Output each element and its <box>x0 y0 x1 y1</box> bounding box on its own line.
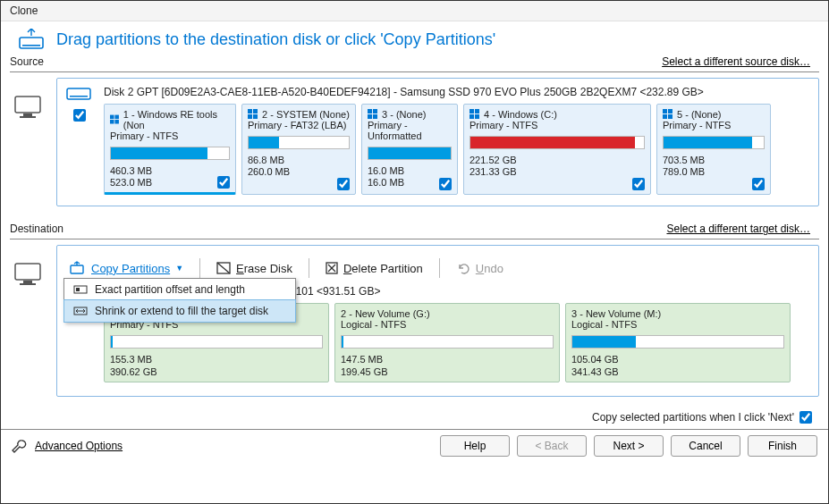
monitor-icon <box>14 96 41 119</box>
svg-rect-6 <box>70 96 88 97</box>
partition-sizes: 105.04 GB341.43 GB <box>571 354 619 377</box>
copy-next-checkbox[interactable] <box>799 411 812 424</box>
usage-bar <box>110 335 323 349</box>
menu-exact-offset[interactable]: Exact partition offset and length <box>64 279 295 300</box>
partition-checkbox[interactable] <box>217 176 230 189</box>
usage-bar <box>571 335 784 349</box>
partition-card[interactable]: 5 - (None) Primary - NTFS 703.5 MB789.0 … <box>656 104 771 195</box>
next-button[interactable]: Next > <box>594 435 664 457</box>
partition-title: 3 - New Volume (M:) <box>571 308 784 319</box>
source-disk-box: Disk 2 GPT [6D09E2A3-CAE8-11EB-A520-B40E… <box>56 78 819 206</box>
partition-card[interactable]: 1 - Windows RE tools (Non Primary - NTFS… <box>104 104 236 195</box>
source-all-checkbox[interactable] <box>73 109 86 122</box>
svg-rect-15 <box>368 109 372 113</box>
copy-partitions-label: Copy Partitions <box>91 262 170 275</box>
windows-icon <box>469 109 480 120</box>
svg-line-32 <box>217 263 230 273</box>
svg-rect-14 <box>253 114 258 119</box>
source-pane: Disk 2 GPT [6D09E2A3-CAE8-11EB-A520-B40E… <box>1 78 828 206</box>
svg-rect-8 <box>114 115 119 120</box>
delete-partition-button[interactable]: Delete Partition <box>322 260 427 277</box>
partition-sizes: 147.5 MB199.45 GB <box>341 354 388 377</box>
partition-checkbox[interactable] <box>337 178 350 190</box>
destination-disk-box: Copy Partitions ▼ Erase Disk Delete Part… <box>56 245 819 397</box>
finish-button[interactable]: Finish <box>748 435 817 457</box>
usage-bar <box>341 335 554 349</box>
advanced-options-link[interactable]: Advanced Options <box>35 440 123 452</box>
header-instruction: Drag partitions to the destination disk … <box>56 30 495 49</box>
undo-icon <box>456 262 470 274</box>
partition-subtitle: Primary - Unformatted <box>368 120 452 141</box>
svg-rect-4 <box>20 116 36 118</box>
svg-rect-3 <box>23 113 32 116</box>
svg-rect-28 <box>23 281 32 283</box>
partition-card[interactable]: 3 - (None) Primary - Unformatted 16.0 MB… <box>361 104 458 195</box>
svg-rect-21 <box>469 114 474 119</box>
source-disk-title: Disk 2 GPT [6D09E2A3-CAE8-11EB-A520-B40E… <box>104 86 809 98</box>
separator <box>10 71 819 72</box>
menu-shrink-extend[interactable]: Shrink or extend to fill the target disk <box>63 299 296 323</box>
menu-shrink-label: Shrink or extend to fill the target disk <box>95 305 268 317</box>
partition-card[interactable]: 2 - SYSTEM (None) Primary - FAT32 (LBA) … <box>241 104 356 195</box>
source-label: Source <box>10 55 44 68</box>
partition-checkbox[interactable] <box>632 178 645 190</box>
select-source-link[interactable]: Select a different source disk… <box>662 55 810 68</box>
exact-offset-icon <box>73 284 88 295</box>
erase-disk-button[interactable]: Erase Disk <box>213 260 296 277</box>
usage-bar <box>663 136 765 149</box>
destination-label: Destination <box>10 223 63 235</box>
partition-sizes: 16.0 MB16.0 MB <box>368 165 404 189</box>
svg-rect-12 <box>253 109 258 113</box>
partition-card[interactable]: 2 - New Volume (G:) Logical - NTFS 147.5… <box>334 303 560 382</box>
svg-rect-20 <box>475 109 479 113</box>
partition-checkbox[interactable] <box>752 178 765 190</box>
svg-rect-23 <box>663 109 667 113</box>
wrench-icon <box>12 438 28 454</box>
partition-checkbox[interactable] <box>439 178 452 190</box>
svg-rect-16 <box>373 109 377 113</box>
partition-card[interactable]: 4 - Windows (C:) Primary - NTFS 221.52 G… <box>463 104 651 195</box>
title-bar: Clone <box>1 1 828 21</box>
header: Drag partitions to the destination disk … <box>1 21 828 54</box>
disk-icon <box>66 86 93 102</box>
copy-next-label: Copy selected partitions when I click 'N… <box>592 411 794 424</box>
partition-subtitle: Primary - NTFS <box>110 130 230 141</box>
partition-subtitle: Primary - FAT32 (LBA) <box>248 120 350 130</box>
svg-rect-11 <box>248 109 252 113</box>
partition-card[interactable]: 3 - New Volume (M:) Logical - NTFS 105.0… <box>565 303 791 382</box>
destination-label-row: Destination Select a different target di… <box>1 221 828 239</box>
partition-title: 4 - Windows (C:) <box>469 109 645 120</box>
partition-sizes: 221.52 GB231.33 GB <box>469 155 517 178</box>
shrink-extend-icon <box>73 306 88 316</box>
separator <box>10 239 819 239</box>
help-button[interactable]: Help <box>440 435 510 457</box>
svg-rect-29 <box>20 283 36 285</box>
svg-rect-22 <box>475 114 479 119</box>
copy-partitions-menu: Exact partition offset and length Shrink… <box>63 278 296 323</box>
partition-title: 2 - SYSTEM (None) <box>248 109 350 120</box>
partition-title: 2 - New Volume (G:) <box>341 308 554 319</box>
partition-title: 3 - (None) <box>368 109 452 120</box>
partition-sizes: 155.3 MB390.62 GB <box>110 354 157 377</box>
svg-rect-0 <box>20 38 43 48</box>
disk-drag-icon <box>19 29 46 50</box>
copy-partitions-button[interactable]: Copy Partitions ▼ <box>66 259 187 277</box>
footer-buttons: Advanced Options Help < Back Next > Canc… <box>1 429 828 462</box>
svg-rect-2 <box>15 97 40 113</box>
partition-sizes: 86.8 MB260.0 MB <box>248 155 290 178</box>
delete-icon <box>326 262 338 274</box>
select-target-link[interactable]: Select a different target disk… <box>666 223 810 235</box>
partition-subtitle: Logical - NTFS <box>571 319 784 330</box>
cancel-button[interactable]: Cancel <box>671 435 740 457</box>
windows-icon <box>110 114 120 125</box>
partition-subtitle: Logical - NTFS <box>341 319 554 330</box>
footer-option-row: Copy selected partitions when I click 'N… <box>1 406 828 429</box>
svg-rect-17 <box>368 114 372 119</box>
svg-rect-19 <box>469 109 474 113</box>
window-title: Clone <box>10 4 38 17</box>
windows-icon <box>248 109 258 120</box>
svg-rect-27 <box>15 264 40 280</box>
source-label-row: Source Select a different source disk… <box>1 54 828 71</box>
partition-title: 5 - (None) <box>663 109 765 120</box>
menu-exact-label: Exact partition offset and length <box>95 283 245 296</box>
